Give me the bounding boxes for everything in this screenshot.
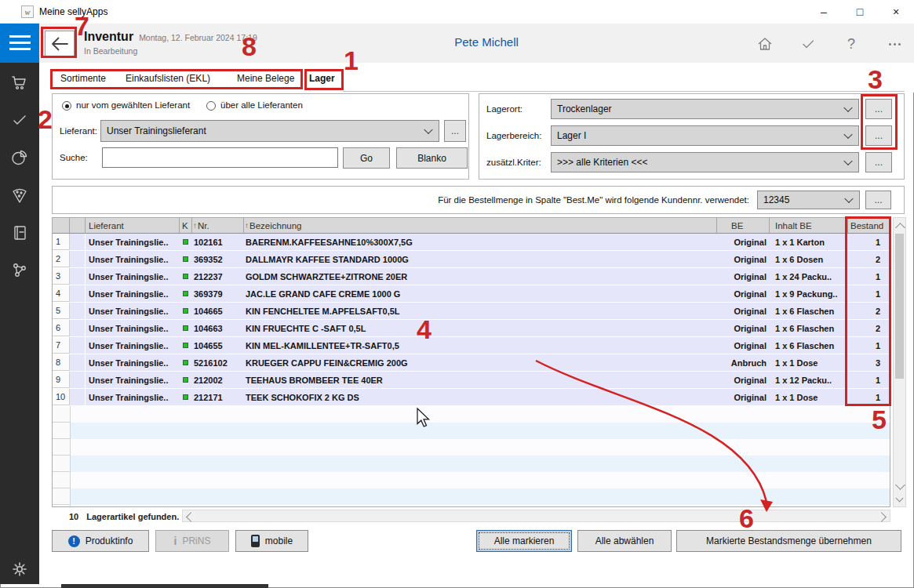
col-inhalt-be[interactable]: Inhalt BE (770, 218, 848, 234)
help-icon[interactable]: ? (842, 34, 861, 53)
cell-bez[interactable]: GOLDM SCHWARZTEE+ZITRONE 20ER (244, 268, 717, 285)
cell-inh[interactable]: 1 x 9 Packung.. (770, 285, 848, 302)
pizza-slice-icon[interactable] (10, 186, 29, 205)
go-button[interactable]: Go (343, 147, 390, 169)
col-nr[interactable]: ↑Nr. (192, 218, 244, 234)
cell-lief[interactable]: Unser Trainingslie.. (86, 389, 180, 405)
mobile-button[interactable]: mobile (235, 530, 308, 552)
more-icon[interactable] (885, 34, 904, 53)
scroll-down-icon[interactable] (895, 480, 905, 490)
cell-lief[interactable]: Unser Trainingslie.. (86, 234, 180, 250)
cell-be[interactable]: Original (717, 337, 770, 354)
cell-lief[interactable]: Unser Trainingslie.. (86, 372, 180, 388)
cell-inh[interactable]: 1 x 12 Packu.. (770, 372, 848, 388)
col-rownum[interactable] (53, 218, 70, 234)
alle-markieren-button[interactable]: Alle markieren (476, 530, 572, 552)
vertical-scroll-thumb[interactable] (895, 234, 904, 379)
cell-lief[interactable]: Unser Trainingslie.. (86, 285, 180, 302)
cell-sel[interactable] (70, 234, 86, 250)
cell-k[interactable] (180, 303, 192, 319)
table-row[interactable]: 5Unser Trainingslie..104665KIN FENCHELTE… (53, 303, 890, 320)
cell-bez[interactable]: KRUEGER CAPPU FEIN&CREMIG 200G (244, 354, 717, 371)
cell-bez[interactable]: JAC.LE GRAND CAFE CREME 1000 G (244, 285, 717, 302)
cell-inh[interactable]: 1 x 6 Flaschen (770, 320, 848, 336)
cell-nr[interactable]: 5216102 (192, 354, 244, 371)
book-icon[interactable] (10, 223, 29, 242)
cell-num[interactable]: 6 (53, 320, 70, 336)
gear-icon[interactable] (10, 560, 29, 579)
cell-k[interactable] (180, 251, 192, 267)
cell-num[interactable]: 5 (53, 303, 70, 319)
alle-abwaehlen-button[interactable]: Alle abwählen (577, 530, 672, 552)
cell-sel[interactable] (70, 303, 86, 319)
table-row[interactable]: 3Unser Trainingslie..212237GOLDM SCHWARZ… (53, 268, 890, 285)
confirm-check-icon[interactable] (799, 34, 818, 53)
close-button[interactable]: × (878, 0, 914, 24)
cell-num[interactable]: 8 (53, 354, 70, 371)
cell-k[interactable] (180, 389, 192, 405)
cell-k[interactable] (180, 354, 192, 371)
table-row[interactable]: 6Unser Trainingslie..104663KIN FRUECHTE … (53, 320, 890, 337)
cell-nr[interactable]: 212171 (192, 389, 244, 405)
maximize-button[interactable]: □ (842, 0, 878, 24)
cell-sel[interactable] (70, 285, 86, 302)
col-lieferant[interactable]: Lieferant (86, 218, 180, 234)
cell-num[interactable]: 2 (53, 251, 70, 267)
scroll-page-down-icon[interactable] (896, 495, 904, 503)
cell-be[interactable]: Original (717, 389, 770, 405)
cell-sel[interactable] (70, 354, 86, 371)
prins-button[interactable]: iPRiNS (155, 530, 229, 552)
cell-sel[interactable] (70, 268, 86, 285)
cell-num[interactable]: 9 (53, 372, 70, 388)
cell-sel[interactable] (70, 372, 86, 388)
cell-be[interactable]: Original (717, 234, 770, 250)
cell-lief[interactable]: Unser Trainingslie.. (86, 320, 180, 336)
table-row[interactable]: 8Unser Trainingslie..5216102KRUEGER CAPP… (53, 354, 890, 372)
cell-bez[interactable]: KIN MEL-KAMILLENTEE+TR-SAFT0,5 (244, 337, 717, 354)
scroll-right-icon[interactable] (876, 512, 887, 522)
cell-bez[interactable]: DALLMAYR KAFFEE STANDARD 1000G (244, 251, 717, 267)
cell-inh[interactable]: 1 x 6 Dosen (770, 251, 848, 267)
radio-alle-lieferanten[interactable] (206, 101, 216, 111)
cell-be[interactable]: Original (717, 251, 770, 267)
cell-nr[interactable]: 369379 (192, 285, 244, 302)
cell-sel[interactable] (70, 320, 86, 336)
cell-k[interactable] (180, 268, 192, 285)
pie-chart-icon[interactable] (10, 148, 29, 167)
cell-nr[interactable]: 369352 (192, 251, 244, 267)
minimize-button[interactable]: – (806, 0, 842, 24)
cell-num[interactable]: 7 (53, 337, 70, 354)
cell-inh[interactable]: 1 x 24 Packu.. (770, 268, 848, 285)
cell-be[interactable]: Original (717, 320, 770, 336)
cell-nr[interactable]: 212237 (192, 268, 244, 285)
table-row[interactable]: 9Unser Trainingslie..212002TEEHAUS BROMB… (53, 372, 890, 389)
cell-k[interactable] (180, 372, 192, 388)
cell-k[interactable] (180, 285, 192, 302)
cell-nr[interactable]: 212002 (192, 372, 244, 388)
cell-inh[interactable]: 1 x 6 Flaschen (770, 303, 848, 319)
cell-bez[interactable]: KIN FENCHELTEE M.APFELSAFT0,5L (244, 303, 717, 319)
cell-bez[interactable]: TEEHAUS BROMBEER TEE 40ER (244, 372, 717, 388)
cell-k[interactable] (180, 320, 192, 336)
cell-be[interactable]: Original (717, 268, 770, 285)
table-row[interactable]: 7Unser Trainingslie..104655KIN MEL-KAMIL… (53, 337, 890, 354)
cell-num[interactable]: 1 (53, 234, 70, 250)
cell-inh[interactable]: 1 x 1 Karton (770, 234, 848, 250)
cell-nr[interactable]: 104665 (192, 303, 244, 319)
cart-icon[interactable] (10, 73, 29, 92)
kriterien-more-button[interactable]: ... (865, 152, 892, 172)
cell-k[interactable] (180, 234, 192, 250)
col-bezeichnung[interactable]: ↑Bezeichnung (244, 218, 717, 234)
scroll-left-icon[interactable] (186, 512, 196, 522)
lieferant-more-button[interactable]: ... (444, 120, 466, 142)
cell-lief[interactable]: Unser Trainingslie.. (86, 303, 180, 319)
menu-button[interactable] (0, 24, 39, 63)
suche-input[interactable] (102, 147, 338, 168)
cell-bez[interactable]: TEEK SCHOKOFIX 2 KG DS (244, 389, 717, 405)
col-k[interactable]: K (180, 218, 192, 234)
col-select[interactable] (70, 218, 86, 234)
table-row[interactable]: 4Unser Trainingslie..369379JAC.LE GRAND … (53, 285, 890, 303)
cell-inh[interactable]: 1 x 6 Flaschen (770, 337, 848, 354)
blanko-button[interactable]: Blanko (396, 147, 468, 169)
lagerort-select[interactable]: Trockenlager (551, 99, 859, 119)
